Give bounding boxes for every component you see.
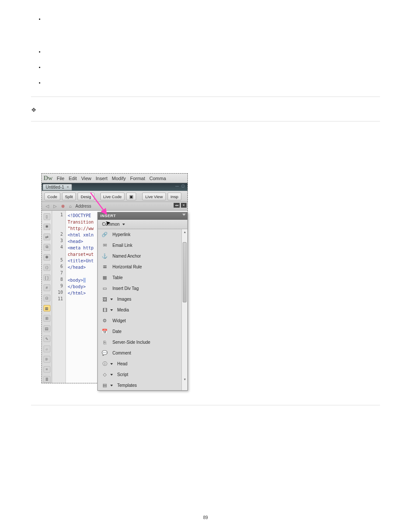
code-text: </head> [68, 265, 86, 270]
bullet-item [31, 50, 380, 53]
menu-view[interactable]: View [81, 176, 91, 181]
back-icon[interactable]: ◁ [44, 203, 50, 209]
live-code-button[interactable]: Live Code [100, 193, 125, 200]
collapse-icon[interactable]: ◂◂ [174, 203, 180, 208]
dropdown-icon [122, 224, 125, 225]
split-view-button[interactable]: Split [62, 193, 76, 200]
tool-icon[interactable]: ▯ [44, 213, 50, 220]
insert-item-templates[interactable]: ▤Templates [98, 380, 187, 390]
dropdown-icon [110, 374, 113, 376]
tool-icon[interactable]: ✽ [44, 254, 50, 261]
tool-icon[interactable]: ≣ [44, 376, 50, 383]
insert-item-widget[interactable]: ⚙Widget [98, 315, 187, 326]
close-icon[interactable]: × [67, 185, 69, 189]
insert-item-label: Named Anchor [112, 254, 141, 258]
line-number: 7 [52, 271, 65, 277]
address-bar: ◁ ▷ ⊗ ⌂ Address ◂◂ ✕ [42, 202, 187, 211]
close-icon[interactable]: ✕ [181, 203, 187, 208]
hyperlink-icon: 🔗 [101, 231, 108, 238]
insert-item-label: Head [117, 361, 128, 366]
insert-item-div-tag[interactable]: ▭Insert Div Tag [98, 283, 187, 294]
tool-icon-selected[interactable]: ▦ [44, 305, 50, 312]
tool-icon[interactable]: { } [44, 274, 50, 281]
page-number: 89 [0, 515, 411, 520]
dropdown-icon [110, 363, 113, 365]
tool-icon[interactable]: ⟨⟩ [44, 264, 50, 271]
insert-item-label: Email Link [112, 243, 132, 248]
scroll-down-icon[interactable]: ▾ [183, 377, 186, 382]
calendar-icon: 📅 [101, 328, 108, 335]
head-icon: ⓘ [101, 361, 108, 367]
home-icon[interactable]: ⌂ [68, 203, 73, 209]
dreamweaver-window: Dw File Edit View Insert Modify Format C… [41, 173, 188, 383]
menu-format[interactable]: Format [130, 176, 145, 181]
tool-icon[interactable]: ⌕ [44, 345, 50, 352]
code-text: <!DOCTYPE [68, 213, 91, 218]
tool-icon[interactable]: ✱ [44, 224, 50, 230]
line-number: 9 [52, 283, 65, 290]
insert-item-table[interactable]: ▦Table [98, 272, 187, 283]
design-view-button[interactable]: Desig [78, 193, 94, 200]
minimize-icon[interactable]: — [175, 184, 180, 188]
tab-window-controls: — ▢ [175, 184, 186, 188]
insert-item-server-side-include[interactable]: ⎘Server-Side Include [98, 337, 187, 348]
comment-icon: 💬 [101, 350, 108, 357]
insert-item-label: Server-Side Include [112, 340, 150, 345]
widget-icon: ⚙ [101, 317, 108, 324]
document-tab[interactable]: Untitled-1 × [43, 184, 72, 190]
insert-item-label: Widget [112, 318, 126, 323]
tool-icon[interactable]: ⇄ [44, 233, 50, 240]
insert-item-images[interactable]: 🖼Images [98, 294, 187, 305]
tool-icon[interactable]: ▤ [44, 325, 50, 332]
menu-edit[interactable]: Edit [68, 176, 77, 181]
line-number: 10 [52, 290, 65, 296]
inspect-icon-button[interactable]: ▣ [126, 193, 136, 200]
tool-icon[interactable]: ≡ [44, 366, 50, 373]
stop-icon[interactable]: ⊗ [60, 203, 65, 209]
tool-icon[interactable]: ⊪ [44, 356, 50, 363]
insert-item-comment[interactable]: 💬Comment [98, 348, 187, 358]
template-icon: ▤ [101, 382, 108, 389]
scroll-thumb[interactable] [183, 242, 187, 302]
footer-separator [31, 405, 380, 405]
menu-file[interactable]: File [57, 176, 65, 181]
scroll-up-icon[interactable]: ▴ [183, 230, 186, 234]
menu-commands[interactable]: Comma [149, 176, 166, 181]
insert-scrollbar[interactable]: ▴ ▾ [181, 229, 187, 390]
tool-icon[interactable]: ⧉ [44, 244, 50, 251]
insert-item-script[interactable]: ◇Script [98, 369, 187, 380]
tool-icon[interactable]: Ω [44, 295, 50, 302]
inspector-button[interactable]: Insp [168, 193, 181, 200]
addrbar-right: ◂◂ ✕ [174, 203, 187, 208]
email-icon: ✉ [101, 242, 108, 249]
hrule-icon: 〓 [101, 264, 108, 271]
diamond-heading: ❖ [31, 106, 380, 113]
menu-insert[interactable]: Insert [96, 176, 108, 181]
forward-icon[interactable]: ▷ [52, 203, 58, 209]
view-toolbar: Code Split Desig Live Code ▣ Live View I… [42, 191, 187, 202]
insert-item-media[interactable]: 🎞Media [98, 305, 187, 315]
insert-item-horizontal-rule[interactable]: 〓Horizontal Rule [98, 261, 187, 272]
line-number: 6 [52, 264, 65, 271]
tool-icon[interactable]: ⊞ [44, 315, 50, 322]
code-text: </body> [68, 284, 86, 289]
collapse-icon[interactable] [182, 214, 186, 216]
menu-modify[interactable]: Modify [112, 176, 126, 181]
code-view-button[interactable]: Code [44, 193, 60, 200]
tool-icon[interactable]: # [44, 284, 50, 291]
media-icon: 🎞 [101, 307, 108, 314]
code-text: Transition [68, 220, 93, 224]
insert-item-label: Templates [117, 383, 137, 388]
tool-icon[interactable]: ✎ [44, 336, 50, 342]
insert-item-hyperlink[interactable]: 🔗Hyperlink [98, 229, 187, 240]
insert-item-email-link[interactable]: ✉Email Link [98, 240, 187, 251]
insert-item-head[interactable]: ⓘHead [98, 358, 187, 369]
insert-item-label: Hyperlink [112, 232, 131, 237]
line-number: 8 [52, 277, 65, 283]
document-tab-title: Untitled-1 [46, 185, 64, 190]
insert-panel-title[interactable]: INSERT [98, 212, 187, 220]
insert-item-date[interactable]: 📅Date [98, 326, 187, 337]
restore-icon[interactable]: ▢ [181, 184, 186, 188]
live-view-button[interactable]: Live View [142, 193, 166, 200]
insert-item-named-anchor[interactable]: ⚓Named Anchor [98, 251, 187, 261]
